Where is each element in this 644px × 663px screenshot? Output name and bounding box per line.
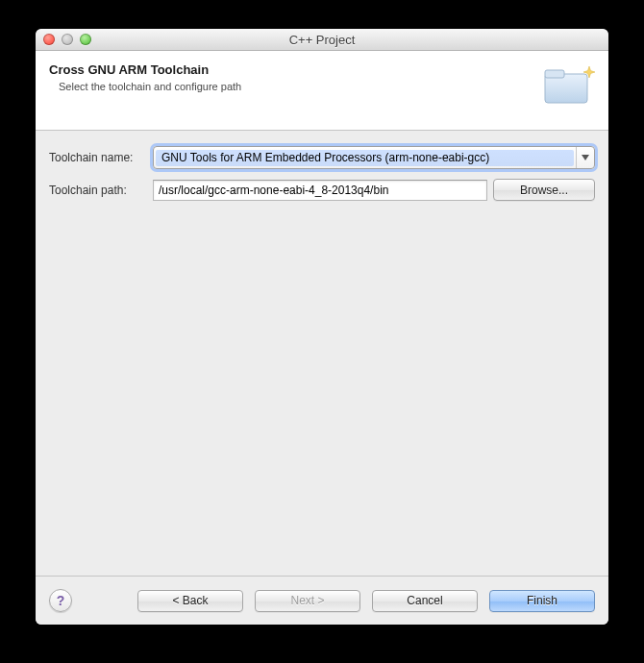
minimize-icon[interactable] bbox=[62, 34, 73, 45]
traffic-lights bbox=[43, 34, 91, 45]
dialog-window: C++ Project Cross GNU ARM Toolchain Sele… bbox=[36, 29, 608, 625]
svg-rect-1 bbox=[545, 70, 564, 78]
svg-marker-3 bbox=[582, 155, 589, 160]
form-area: Toolchain name: GNU Tools for ARM Embedd… bbox=[36, 131, 608, 576]
window-title: C++ Project bbox=[36, 33, 608, 47]
toolchain-name-label: Toolchain name: bbox=[49, 151, 147, 164]
help-icon[interactable]: ? bbox=[49, 589, 72, 612]
back-button[interactable]: < Back bbox=[137, 590, 243, 612]
toolchain-name-value: GNU Tools for ARM Embedded Processors (a… bbox=[156, 150, 574, 166]
finish-button[interactable]: Finish bbox=[489, 590, 595, 612]
cancel-button[interactable]: Cancel bbox=[372, 590, 478, 612]
titlebar: C++ Project bbox=[36, 29, 608, 51]
toolchain-path-input[interactable]: /usr/local/gcc-arm-none-eabi-4_8-2013q4/… bbox=[153, 180, 487, 201]
next-button: Next > bbox=[255, 590, 360, 612]
chevron-down-icon[interactable] bbox=[576, 147, 594, 168]
banner-heading: Cross GNU ARM Toolchain bbox=[49, 62, 595, 77]
toolchain-path-label: Toolchain path: bbox=[49, 184, 147, 197]
browse-button[interactable]: Browse... bbox=[493, 179, 595, 201]
close-icon[interactable] bbox=[43, 34, 55, 45]
wizard-footer: ? < Back Next > Cancel Finish bbox=[36, 576, 608, 625]
wizard-banner: Cross GNU ARM Toolchain Select the toolc… bbox=[36, 51, 608, 131]
toolchain-path-row: Toolchain path: /usr/local/gcc-arm-none-… bbox=[49, 179, 595, 201]
toolchain-name-combo[interactable]: GNU Tools for ARM Embedded Processors (a… bbox=[153, 146, 595, 169]
toolchain-name-row: Toolchain name: GNU Tools for ARM Embedd… bbox=[49, 146, 595, 169]
folder-sparkle-icon bbox=[541, 61, 597, 109]
banner-subtext: Select the toolchain and configure path bbox=[49, 81, 595, 92]
zoom-icon[interactable] bbox=[80, 34, 91, 45]
